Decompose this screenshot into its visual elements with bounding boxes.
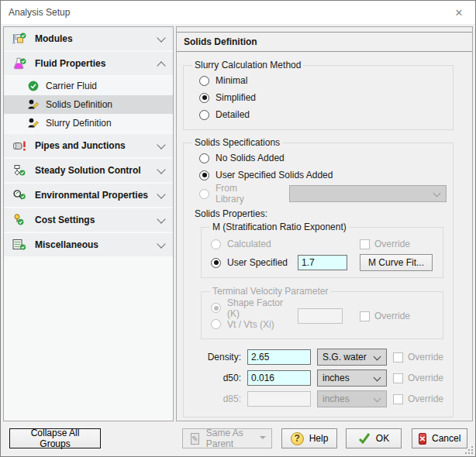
sidebar-item-label: Pipes and Junctions — [35, 140, 126, 151]
solids-property-rows: Density: S.G. water Override d50: — [191, 349, 447, 407]
d85-unit-select: inches — [317, 390, 387, 407]
resize-grip[interactable] — [464, 445, 474, 455]
help-icon: ? — [291, 432, 304, 445]
sidebar-item-label: Steady Solution Control — [35, 165, 141, 176]
radio-user-specified[interactable]: User Specified — [211, 257, 298, 268]
solids-properties-label: Solids Properties: — [195, 208, 447, 219]
help-button[interactable]: ? Help — [281, 428, 337, 448]
density-label: Density: — [191, 352, 241, 363]
collapse-all-groups-button[interactable]: Collapse All Groups — [9, 428, 101, 448]
terminal-override-checkbox: Override — [360, 311, 410, 321]
d50-label: d50: — [191, 373, 241, 383]
same-as-parent-button: ✎ Same As Parent — [182, 428, 272, 448]
sidebar-item-label: Solids Definition — [46, 99, 112, 110]
density-unit-select[interactable]: S.G. water — [317, 349, 387, 366]
group-legend: Slurry Calculation Method — [192, 60, 303, 70]
radio-detailed[interactable]: Detailed — [190, 106, 447, 123]
cancel-x-icon: ✕ — [419, 433, 426, 445]
radio-icon — [199, 76, 209, 86]
chevron-down-icon — [374, 354, 381, 361]
cost-pin-icon — [12, 213, 27, 227]
check-icon — [27, 81, 40, 92]
group-legend: Solids Specifications — [192, 137, 282, 148]
ok-check-icon — [358, 433, 371, 444]
checkbox-icon — [393, 373, 403, 383]
sidebar-item-label: Cost Settings — [35, 215, 95, 225]
radio-icon — [211, 319, 221, 329]
sidebar-item-slurry-definition[interactable]: Slurry Definition — [4, 114, 173, 132]
d50-override-checkbox: Override — [393, 373, 447, 383]
radio-icon — [199, 189, 209, 199]
cancel-button[interactable]: ✕ Cancel — [412, 428, 467, 448]
sidebar-item-miscellaneous[interactable]: Miscellaneous — [4, 233, 173, 256]
sidebar-item-modules[interactable]: Modules — [4, 27, 173, 50]
radio-user-specified-solids-added[interactable]: User Specified Solids Added — [190, 167, 447, 184]
sidebar: Modules Fluid Properties Carrier Fluid — [3, 26, 174, 421]
sidebar-item-cost-settings[interactable]: Cost Settings — [4, 208, 173, 232]
sidebar-item-label: Modules — [35, 33, 73, 44]
checkbox-icon — [360, 311, 370, 321]
checkbox-icon — [393, 352, 403, 363]
d85-override-checkbox: Override — [393, 393, 447, 404]
radio-shape-factor: Shape Factor (K) — [211, 300, 298, 316]
radio-icon — [199, 110, 209, 120]
chevron-down-icon — [374, 396, 381, 403]
chevron-down-icon — [434, 191, 441, 198]
chevron-down-icon — [158, 167, 165, 174]
flask-icon — [12, 57, 27, 70]
density-input[interactable] — [247, 349, 311, 365]
checkbox-icon — [393, 394, 403, 404]
radio-from-library: From Library — [190, 184, 447, 204]
user-edit-icon — [27, 118, 40, 129]
d85-input — [247, 391, 311, 407]
sidebar-item-label: Miscellaneous — [35, 239, 98, 250]
sidebar-item-environmental-properties[interactable]: Environmental Properties — [4, 184, 173, 207]
sidebar-item-steady-solution-control[interactable]: Steady Solution Control — [4, 159, 173, 182]
dropdown-caret-icon — [260, 436, 264, 442]
terminal-value-input — [298, 308, 343, 324]
radio-simplified[interactable]: Simplified — [190, 89, 447, 106]
sidebar-item-label: Fluid Properties — [35, 58, 105, 69]
radio-minimal[interactable]: Minimal — [190, 72, 447, 89]
radio-calculated: Calculated — [211, 239, 298, 249]
chevron-down-icon — [158, 192, 165, 199]
m-override-checkbox: Override — [360, 239, 410, 249]
user-edit-icon — [27, 99, 40, 111]
footer-bar: Collapse All Groups ✎ Same As Parent ? H… — [1, 421, 475, 455]
d85-label: d85: — [191, 393, 241, 404]
d50-unit-select[interactable]: inches — [317, 369, 387, 387]
modules-icon — [12, 32, 27, 46]
group-legend: Terminal Velocity Parameter — [210, 286, 330, 297]
radio-no-solids-added[interactable]: No Solids Added — [190, 149, 447, 167]
sidebar-item-fluid-properties[interactable]: Fluid Properties — [4, 52, 173, 75]
solids-specifications-group: Solids Specifications No Solids Added Us… — [183, 137, 454, 417]
checkbox-icon — [360, 239, 370, 249]
m-curve-fit-button[interactable]: M Curve Fit... — [360, 254, 433, 271]
chevron-down-icon — [158, 217, 165, 224]
radio-icon — [211, 258, 221, 268]
chevron-down-icon — [158, 242, 165, 249]
radio-icon — [211, 239, 221, 249]
title-bar: Analysis Setup ✕ — [1, 1, 475, 24]
sidebar-item-label: Carrier Fluid — [46, 81, 97, 91]
sidebar-item-pipes-and-junctions[interactable]: Pipes and Junctions — [4, 134, 173, 157]
analysis-setup-dialog: Analysis Setup ✕ Modules Fluid Propertie… — [0, 0, 476, 457]
flowchart-icon — [12, 163, 27, 177]
density-override-checkbox: Override — [393, 352, 447, 363]
sidebar-item-solids-definition[interactable]: Solids Definition — [4, 95, 173, 114]
sidebar-item-carrier-fluid[interactable]: Carrier Fluid — [4, 77, 173, 95]
radio-icon — [211, 303, 221, 313]
main-panel: Solids Definition Slurry Calculation Met… — [176, 26, 473, 421]
m-value-input[interactable] — [298, 255, 347, 270]
sidebar-item-label: Environmental Properties — [35, 190, 148, 201]
m-calculated-row: Calculated Override — [208, 235, 436, 253]
close-icon[interactable]: ✕ — [449, 3, 469, 22]
ok-button[interactable]: OK — [346, 428, 402, 448]
chevron-up-icon — [158, 60, 165, 67]
fluid-properties-children: Carrier Fluid Solids Definition Slurry D… — [4, 77, 173, 132]
d50-input[interactable] — [247, 370, 311, 386]
m-stratification-group: M (Stratification Ratio Exponent) Calcul… — [201, 222, 443, 278]
chevron-down-icon — [158, 36, 165, 43]
radio-icon — [199, 170, 209, 180]
pipe-alert-icon — [12, 139, 27, 153]
